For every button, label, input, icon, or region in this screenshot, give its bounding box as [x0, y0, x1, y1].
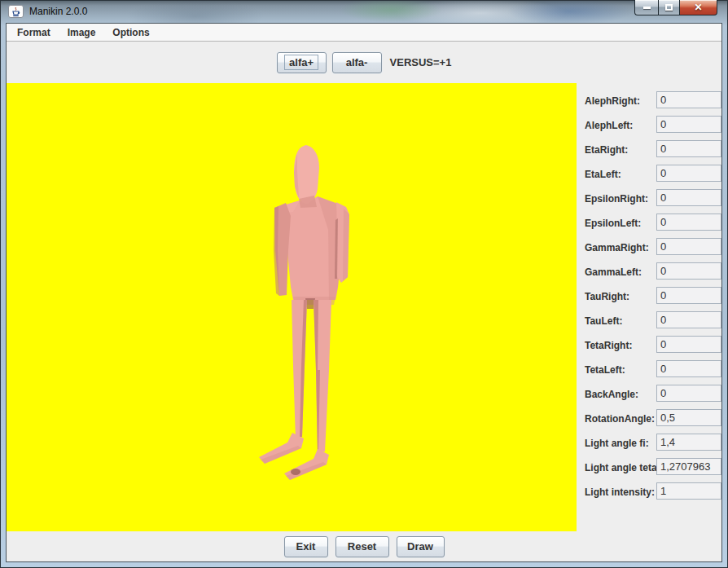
field-label: AlephRight: [585, 95, 640, 107]
field-label: EtaLeft: [585, 169, 621, 180]
reset-button[interactable]: Reset [335, 536, 389, 557]
field-label: EpsilonLeft: [585, 218, 641, 229]
field-row-alephleft: AlephLeft: [577, 116, 708, 140]
field-label: RotationAngle: [585, 413, 655, 425]
gammaright-input[interactable] [656, 238, 721, 255]
alfa-minus-button[interactable]: alfa- [332, 52, 382, 73]
alephright-input[interactable] [656, 91, 721, 108]
field-label: TetaLeft: [585, 364, 625, 376]
epsilonleft-input[interactable] [656, 214, 721, 231]
alephleft-input[interactable] [656, 116, 721, 133]
gammaleft-input[interactable] [656, 262, 721, 280]
field-row-lightintensity: Light intensity: [577, 482, 708, 507]
drawing-canvas [7, 83, 577, 531]
tetaleft-input[interactable] [656, 360, 721, 377]
window-title: Manikin 2.0.0 [29, 6, 87, 17]
menu-image[interactable]: Image [68, 27, 96, 38]
backangle-input[interactable] [656, 385, 721, 402]
canvas-background [7, 83, 577, 531]
tauleft-input[interactable] [656, 311, 721, 328]
etaleft-input[interactable] [656, 165, 721, 182]
field-row-backangle: BackAngle: [577, 385, 708, 409]
minimize-icon [643, 7, 651, 9]
window-controls: ✕ [634, 0, 717, 15]
manikin-heel-shadow [291, 469, 300, 475]
field-row-etaleft: EtaLeft: [577, 165, 708, 189]
menu-bar: Format Image Options [7, 24, 721, 42]
maximize-icon [665, 4, 673, 11]
field-label: TetaRight: [585, 340, 632, 351]
titlebar[interactable]: Manikin 2.0.0 ✕ [0, 0, 728, 24]
field-label: EpsilonRight: [585, 193, 648, 205]
field-label: Light angle fi: [585, 438, 649, 449]
app-window: Manikin 2.0.0 ✕ Format Image Options alf… [0, 0, 728, 568]
field-row-alephright: AlephRight: [577, 91, 708, 116]
field-label: Light angle teta: [585, 462, 660, 473]
field-row-rotationangle: RotationAngle: [577, 409, 708, 434]
field-row-epsilonleft: EpsilonLeft: [577, 214, 708, 238]
alfa-plus-label: alfa+ [284, 55, 318, 70]
epsilonright-input[interactable] [656, 189, 721, 206]
field-row-lightangleteta: Light angle teta: [577, 458, 708, 482]
field-row-tetaleft: TetaLeft: [577, 360, 708, 385]
field-label: TauRight: [585, 291, 629, 302]
field-row-epsilonright: EpsilonRight: [577, 189, 708, 214]
field-row-tetaright: TetaRight: [577, 336, 708, 360]
rotationangle-input[interactable] [656, 409, 721, 426]
tetaright-input[interactable] [656, 336, 721, 353]
field-row-etaright: EtaRight: [577, 140, 708, 165]
field-label: GammaRight: [585, 242, 649, 253]
field-row-gammaleft: GammaLeft: [577, 262, 708, 287]
lightanglefi-input[interactable] [656, 434, 721, 451]
menu-options[interactable]: Options [112, 27, 149, 38]
menu-format[interactable]: Format [17, 27, 50, 38]
parameters-panel: AlephRight: AlephLeft: EtaRight: EtaLeft… [577, 83, 708, 531]
field-label: BackAngle: [585, 389, 638, 400]
close-button[interactable]: ✕ [680, 0, 717, 15]
field-row-tauright: TauRight: [577, 287, 708, 311]
field-label: TauLeft: [585, 315, 622, 327]
main-area: AlephRight: AlephLeft: EtaRight: EtaLeft… [7, 83, 721, 531]
close-icon: ✕ [694, 2, 702, 12]
minimize-button[interactable] [634, 0, 658, 15]
draw-button[interactable]: Draw [397, 536, 445, 557]
field-label: GammaLeft: [585, 266, 642, 278]
versus-label: VERSUS=+1 [390, 56, 452, 68]
field-label: Light intensity: [585, 487, 655, 498]
lightangleteta-input[interactable] [656, 458, 721, 475]
bottom-toolbar: Exit Reset Draw [7, 531, 721, 561]
maximize-button[interactable] [658, 0, 680, 15]
manikin-scene [7, 83, 577, 531]
top-toolbar: alfa+ alfa- VERSUS=+1 [7, 42, 721, 83]
java-logo-icon [8, 5, 24, 18]
lightintensity-input[interactable] [656, 482, 721, 500]
exit-button[interactable]: Exit [284, 536, 328, 557]
alfa-plus-button[interactable]: alfa+ [277, 52, 327, 73]
field-label: EtaRight: [585, 144, 628, 156]
tauright-input[interactable] [656, 287, 721, 304]
etaright-input[interactable] [656, 140, 721, 157]
field-row-gammaright: GammaRight: [577, 238, 708, 262]
client-area: Format Image Options alfa+ alfa- VERSUS=… [7, 24, 721, 561]
field-row-tauleft: TauLeft: [577, 311, 708, 336]
field-label: AlephLeft: [585, 120, 633, 131]
field-row-lightanglefi: Light angle fi: [577, 434, 708, 458]
